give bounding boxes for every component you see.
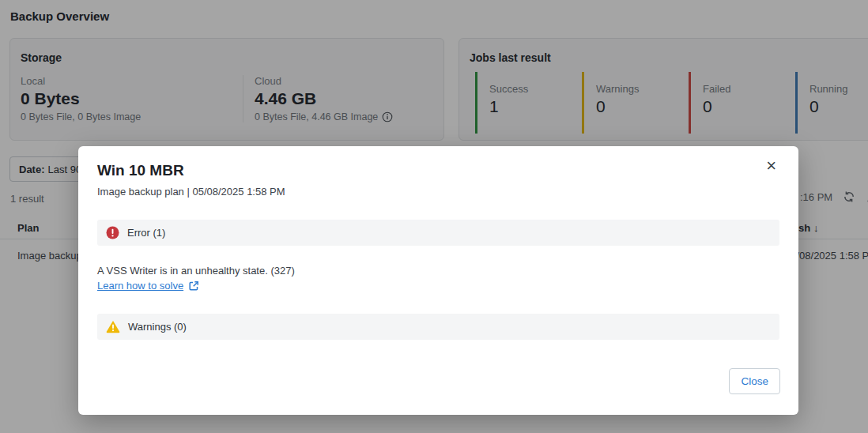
plan-result-dialog: Win 10 MBR Image backup plan | 05/08/202… (78, 146, 798, 415)
warnings-section-label: Warnings (0) (128, 321, 187, 333)
error-detail-text: A VSS Writer is in an unhealthy state. (… (97, 265, 295, 277)
error-section-label: Error (1) (127, 227, 165, 239)
learn-how-to-solve-link[interactable]: Learn how to solve (97, 280, 183, 292)
error-section-bar: Error (1) (97, 220, 779, 246)
close-button[interactable]: Close (729, 368, 780, 394)
close-icon[interactable]: × (766, 157, 776, 175)
backup-overview-screen: Backup Overview Storage Local 0 Bytes 0 … (0, 0, 868, 433)
warnings-section-bar: Warnings (0) (97, 314, 779, 340)
learn-how-to-solve-row: Learn how to solve (97, 280, 199, 292)
warning-icon (106, 321, 120, 333)
dialog-title: Win 10 MBR (97, 162, 184, 179)
external-link-icon[interactable] (188, 281, 199, 292)
error-icon (106, 226, 119, 239)
dialog-subtitle: Image backup plan | 05/08/2025 1:58 PM (97, 186, 285, 198)
